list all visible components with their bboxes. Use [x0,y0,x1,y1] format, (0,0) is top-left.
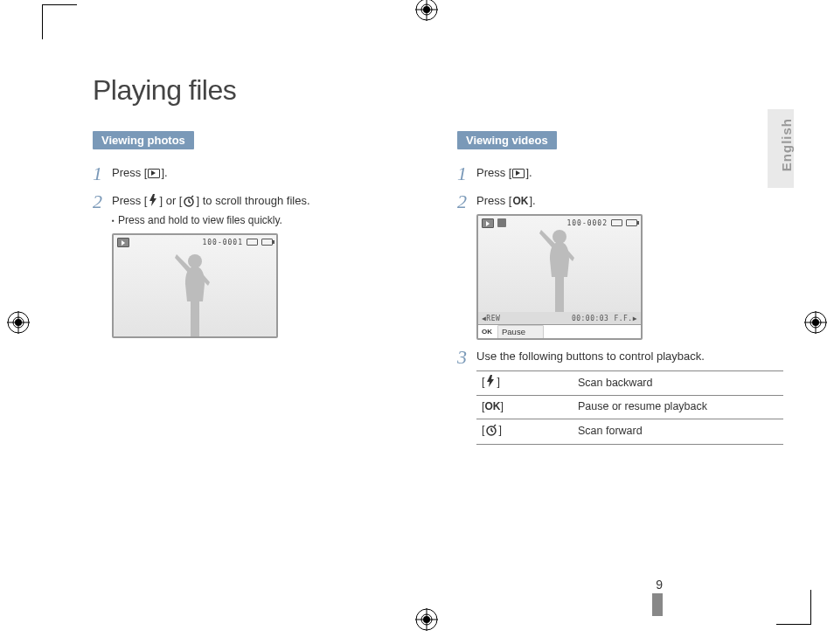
ok-label: OK [482,327,492,336]
ff-label: F.F. [614,314,632,323]
storage-icon [247,239,258,246]
registration-mark-bottom [415,608,438,631]
person-silhouette-icon [164,249,226,336]
step-number: 2 [457,191,476,340]
step-text: Use the following buttons to control pla… [476,347,783,445]
timer-icon [183,195,195,211]
storage-icon [611,219,622,226]
svg-point-19 [423,616,430,623]
step-text: Press [OK]. 100-0002 [476,191,783,340]
flash-icon [148,194,158,211]
ok-icon: OK [484,399,500,414]
mode-play-icon [117,238,129,247]
step-number: 3 [457,347,476,445]
person-silhouette-icon [529,230,590,312]
svg-point-14 [423,6,430,13]
playback-icon [512,169,525,178]
page-title: Playing files [93,74,783,107]
svg-point-9 [812,319,819,326]
mode-play-icon [482,218,494,228]
control-icon-cell: [OK] [476,396,573,419]
file-counter: 100-0001 [202,238,243,247]
manual-page: English Playing files Viewing photos 1 P… [42,4,811,625]
control-icon-cell: [] [476,370,573,396]
table-row: [] Scan forward [476,419,783,445]
crop-mark-top-left [42,4,77,39]
svg-point-24 [188,254,202,268]
svg-line-23 [189,202,191,203]
control-icon-cell: [] [476,419,573,445]
video-screen-mockup: 100-0002 [476,214,643,340]
viewing-photos-section: Viewing photos 1 Press []. 2 Press [] or… [93,131,419,452]
table-row: [] Scan backward [476,370,783,396]
step-number: 1 [93,163,112,184]
step-subtext: Press and hold to view files quickly. [112,213,419,228]
rew-label: REW [486,314,500,323]
page-number-bar [652,593,663,616]
photos-header: Viewing photos [93,131,194,149]
file-counter: 100-0002 [566,218,608,228]
registration-mark-left [7,311,30,334]
playback-icon [148,169,160,178]
battery-icon [261,239,273,246]
control-desc: Scan forward [573,419,783,445]
registration-mark-top [415,0,438,21]
page-content: Playing files Viewing photos 1 Press [].… [93,74,783,452]
control-desc: Scan backward [573,370,783,396]
page-number: 9 [656,578,663,592]
pause-label: Pause [497,325,544,338]
videos-header: Viewing videos [457,131,557,149]
battery-icon [626,219,637,226]
crop-mark-bottom-right [776,590,811,625]
ff-arrow-icon: ▶ [633,314,637,323]
flash-icon [485,375,496,392]
controls-table: [] Scan backward [OK] Pause or resume pl… [476,370,783,446]
step-number: 1 [457,163,476,184]
step-text: Press []. [476,163,783,184]
step-number: 2 [93,191,112,338]
step-text: Press []. [112,163,419,184]
svg-marker-26 [487,375,494,387]
photo-screen-mockup: 100-0001 [112,233,278,338]
svg-point-25 [553,230,566,244]
svg-marker-20 [149,194,156,206]
step-text: Press [] or [] to scroll through files. … [112,191,419,338]
table-row: [OK] Pause or resume playback [476,396,783,419]
control-desc: Pause or resume playback [573,396,783,419]
svg-point-4 [15,319,22,326]
timer-icon [485,424,497,441]
viewing-videos-section: Viewing videos 1 Press []. 2 Press [OK]. [457,131,783,452]
svg-line-29 [491,431,493,432]
ok-icon: OK [512,194,528,209]
movie-icon [497,218,506,227]
time-counter: 00:00:03 [572,314,609,323]
